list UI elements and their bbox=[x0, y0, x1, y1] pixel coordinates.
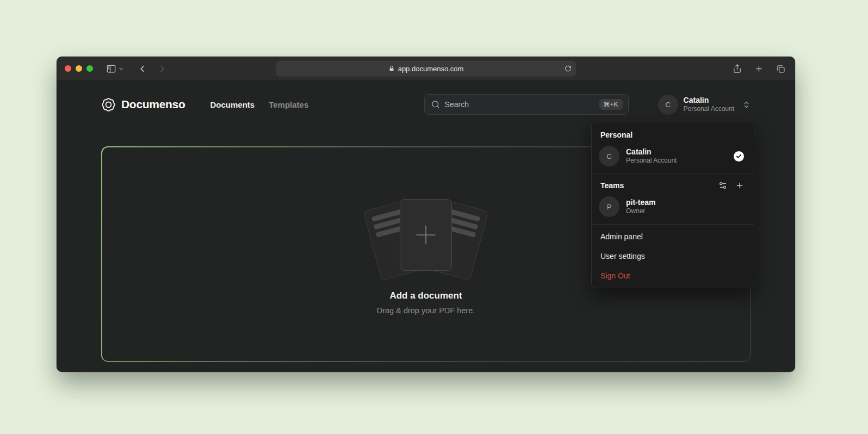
brand-name: Documenso bbox=[121, 98, 185, 111]
nav-link-templates[interactable]: Templates bbox=[269, 100, 308, 109]
plus-icon bbox=[411, 220, 441, 250]
new-tab-icon[interactable] bbox=[754, 64, 764, 73]
chevron-down-icon[interactable] bbox=[118, 66, 124, 72]
browser-titlebar: app.documenso.com bbox=[57, 57, 795, 81]
search-input[interactable]: Search ⌘+K bbox=[424, 94, 629, 115]
search-shortcut-badge: ⌘+K bbox=[599, 99, 623, 110]
documenso-logo-icon bbox=[101, 97, 116, 112]
menu-item-sign-out[interactable]: Sign Out bbox=[592, 266, 754, 286]
team-item[interactable]: P pit-team Owner bbox=[592, 193, 754, 223]
brand[interactable]: Documenso bbox=[101, 97, 185, 112]
browser-window: app.documenso.com Documenso Docu bbox=[57, 57, 795, 372]
zoom-window-button[interactable] bbox=[86, 65, 93, 72]
search-icon bbox=[431, 100, 440, 109]
account-name: Catalin bbox=[684, 96, 734, 106]
address-bar[interactable]: app.documenso.com bbox=[276, 61, 576, 77]
minimize-window-button[interactable] bbox=[76, 65, 82, 72]
avatar: C bbox=[599, 146, 619, 166]
dropzone-subtitle: Drag & drop your PDF here. bbox=[377, 306, 475, 315]
chevrons-up-down-icon bbox=[742, 101, 751, 109]
tab-overview-icon[interactable] bbox=[776, 64, 785, 73]
sidebar-toggle-icon[interactable] bbox=[106, 64, 116, 74]
avatar: C bbox=[658, 95, 678, 115]
menu-separator bbox=[592, 173, 754, 174]
teams-section-header: Teams bbox=[592, 176, 754, 193]
account-dropdown-menu: Personal C Catalin Personal Account Team… bbox=[591, 122, 754, 288]
app-navbar: Documenso Documents Templates Search ⌘+K… bbox=[57, 81, 795, 128]
avatar: P bbox=[599, 196, 619, 217]
add-team-icon[interactable] bbox=[735, 181, 744, 190]
menu-item-admin-panel[interactable]: Admin panel bbox=[592, 227, 754, 246]
personal-account-item[interactable]: C Catalin Personal Account bbox=[592, 142, 754, 172]
window-controls bbox=[65, 65, 93, 72]
document-cards-illustration bbox=[355, 194, 497, 276]
account-menu-button[interactable]: C Catalin Personal Account bbox=[658, 95, 751, 115]
selected-check-icon bbox=[734, 151, 744, 162]
url-text: app.documenso.com bbox=[398, 65, 464, 73]
teams-section-label: Teams bbox=[600, 181, 624, 190]
personal-section-label: Personal bbox=[592, 125, 754, 142]
back-button-icon[interactable] bbox=[137, 64, 147, 74]
search-placeholder: Search bbox=[445, 100, 594, 109]
share-icon[interactable] bbox=[733, 64, 742, 73]
account-subtitle: Personal Account bbox=[684, 105, 734, 113]
dropzone-title: Add a document bbox=[389, 290, 462, 301]
menu-separator bbox=[592, 224, 754, 225]
menu-item-user-settings[interactable]: User settings bbox=[592, 246, 754, 266]
add-document-card bbox=[400, 199, 452, 271]
reload-icon[interactable] bbox=[565, 65, 572, 72]
lock-icon bbox=[388, 65, 395, 72]
nav-links: Documents Templates bbox=[210, 100, 309, 109]
manage-teams-icon[interactable] bbox=[718, 181, 727, 190]
forward-button-icon bbox=[157, 64, 168, 74]
nav-link-documents[interactable]: Documents bbox=[210, 100, 255, 109]
close-window-button[interactable] bbox=[65, 65, 71, 72]
